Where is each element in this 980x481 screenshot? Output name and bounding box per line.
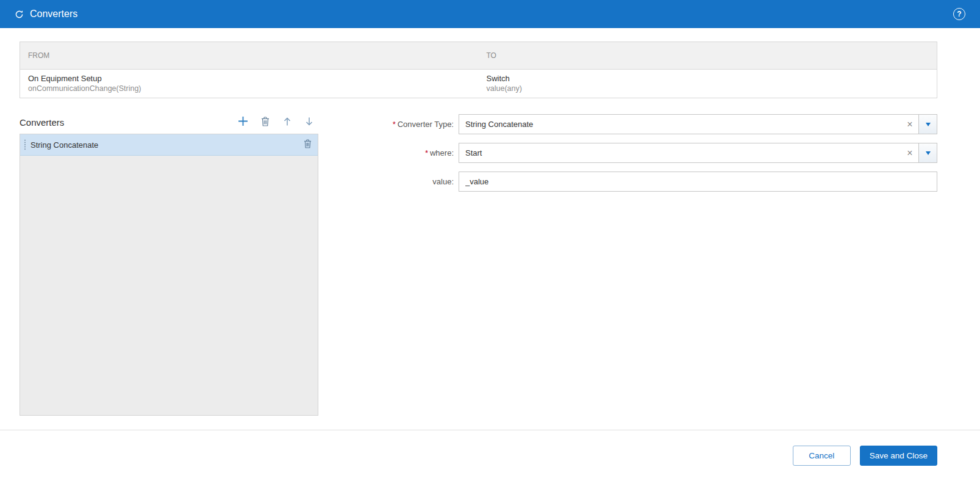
trash-icon: [261, 117, 270, 128]
binding-table-header: FROM TO: [20, 42, 937, 70]
plus-icon: [238, 116, 248, 128]
required-marker: *: [425, 148, 428, 157]
converters-list[interactable]: String Concatenate: [20, 134, 318, 416]
move-down-button[interactable]: [303, 117, 315, 128]
converter-type-label: *Converter Type:: [318, 120, 459, 129]
dropdown-button[interactable]: [918, 143, 937, 162]
form-row-converter-type: *Converter Type: ×: [318, 114, 937, 134]
value-label: value:: [318, 177, 459, 186]
arrow-up-icon: [282, 117, 292, 128]
value-input[interactable]: [459, 172, 937, 191]
from-event-name: On Equipment Setup: [28, 74, 471, 83]
converters-icon: [15, 10, 24, 19]
move-up-button[interactable]: [281, 117, 293, 128]
where-input[interactable]: [459, 143, 901, 162]
value-field: [459, 172, 937, 192]
from-event-signature: onCommunicationChange(String): [28, 84, 471, 93]
arrow-down-icon: [304, 117, 314, 128]
table-row[interactable]: On Equipment Setup onCommunicationChange…: [20, 70, 937, 98]
dialog-title: Converters: [30, 9, 77, 20]
dialog-header: Converters ?: [0, 0, 980, 28]
column-header-to: TO: [479, 51, 937, 60]
binding-table: FROM TO On Equipment Setup onCommunicati…: [20, 42, 937, 98]
main-row: Converters: [20, 114, 937, 416]
converters-panel: Converters: [20, 114, 318, 416]
to-cell: Switch value(any): [479, 74, 937, 93]
form-row-where: *where: ×: [318, 143, 937, 163]
converters-panel-title: Converters: [20, 117, 64, 128]
from-cell: On Equipment Setup onCommunicationChange…: [20, 74, 479, 93]
cancel-button[interactable]: Cancel: [793, 446, 851, 466]
converter-type-input[interactable]: [459, 115, 901, 134]
converter-type-combo: ×: [459, 114, 937, 134]
help-icon[interactable]: ?: [953, 8, 965, 20]
converters-toolbar: [237, 117, 318, 128]
dialog-footer: Cancel Save and Close: [0, 430, 980, 481]
chevron-down-icon: [926, 123, 931, 126]
converters-panel-header: Converters: [20, 114, 318, 130]
dialog-content: FROM TO On Equipment Setup onCommunicati…: [0, 28, 980, 430]
required-marker: *: [393, 120, 396, 129]
column-header-from: FROM: [20, 51, 479, 60]
form-row-value: value:: [318, 172, 937, 192]
where-combo: ×: [459, 143, 937, 163]
clear-icon[interactable]: ×: [901, 115, 918, 134]
converter-form: *Converter Type: × *where: × value:: [318, 114, 937, 416]
save-and-close-button[interactable]: Save and Close: [860, 446, 937, 466]
chevron-down-icon: [926, 151, 931, 155]
delete-item-button[interactable]: [298, 139, 318, 150]
clear-icon[interactable]: ×: [901, 143, 918, 162]
drag-handle-icon[interactable]: [20, 134, 29, 155]
to-target-name: Switch: [487, 74, 929, 83]
list-item[interactable]: String Concatenate: [20, 134, 318, 156]
to-target-signature: value(any): [487, 84, 929, 93]
delete-converter-button[interactable]: [259, 117, 271, 128]
dropdown-button[interactable]: [918, 115, 937, 134]
where-label: *where:: [318, 148, 459, 157]
add-converter-button[interactable]: [237, 117, 249, 128]
list-item-label: String Concatenate: [29, 140, 298, 150]
trash-icon: [304, 139, 312, 150]
